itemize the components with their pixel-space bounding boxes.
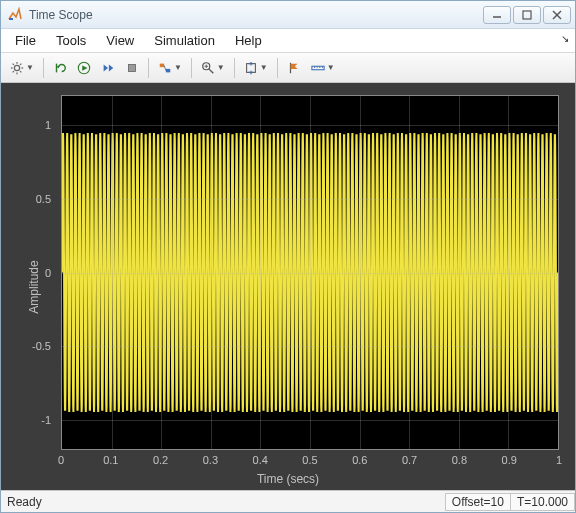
fit-button[interactable]: ▼: [239, 56, 273, 80]
menu-file[interactable]: File: [5, 29, 46, 52]
status-bar: Ready Offset=10 T=10.000: [1, 490, 575, 512]
y-tick-label: 0.5: [1, 193, 57, 205]
window-controls: [483, 6, 571, 24]
x-tick-label: 0.9: [502, 454, 517, 466]
svg-rect-16: [166, 68, 170, 72]
title-bar[interactable]: Time Scope: [1, 1, 575, 29]
x-axis-label: Time (secs): [257, 472, 319, 486]
svg-rect-1: [523, 11, 531, 19]
maximize-button[interactable]: [513, 6, 541, 24]
measure-button[interactable]: ▼: [306, 56, 340, 80]
svg-line-11: [13, 71, 14, 72]
menu-simulation[interactable]: Simulation: [144, 29, 225, 52]
chevron-down-icon: ▼: [327, 63, 335, 72]
menu-view[interactable]: View: [96, 29, 144, 52]
svg-point-4: [14, 65, 19, 70]
chevron-down-icon: ▼: [217, 63, 225, 72]
measure-icon: [311, 61, 325, 75]
gridline-h: [62, 273, 558, 274]
fit-icon: [244, 61, 258, 75]
y-tick-label: 0: [1, 267, 57, 279]
status-offset: Offset=10: [445, 493, 511, 511]
gridline-h: [62, 199, 558, 200]
gear-icon: [10, 61, 24, 75]
toolbar: ▼ ▼ ▼ ▼: [1, 53, 575, 83]
flag-icon: [287, 61, 301, 75]
svg-line-9: [13, 63, 14, 64]
y-tick-label: -1: [1, 414, 57, 426]
config-button[interactable]: ▼: [5, 56, 39, 80]
toolbar-separator: [234, 58, 235, 78]
dock-pin-icon[interactable]: ↘: [561, 33, 569, 44]
svg-rect-14: [128, 64, 135, 71]
x-tick-label: 0.4: [253, 454, 268, 466]
play-button[interactable]: [72, 56, 96, 80]
status-ready: Ready: [7, 495, 42, 509]
step-icon: [101, 61, 115, 75]
flag-button[interactable]: [282, 56, 306, 80]
minimize-button[interactable]: [483, 6, 511, 24]
svg-line-18: [209, 68, 213, 72]
minimize-icon: [492, 10, 502, 20]
x-tick-label: 0.1: [103, 454, 118, 466]
gridline-h: [62, 420, 558, 421]
toolbar-separator: [191, 58, 192, 78]
close-button[interactable]: [543, 6, 571, 24]
x-tick-label: 0.8: [452, 454, 467, 466]
x-tick-label: 0: [58, 454, 64, 466]
x-tick-label: 0.3: [203, 454, 218, 466]
stop-icon: [125, 61, 139, 75]
app-window: Time Scope File Tools View Simulation He…: [0, 0, 576, 513]
step-button[interactable]: [96, 56, 120, 80]
highlight-icon: [158, 61, 172, 75]
maximize-icon: [522, 10, 532, 20]
svg-line-12: [20, 63, 21, 64]
menu-help[interactable]: Help: [225, 29, 272, 52]
toolbar-separator: [277, 58, 278, 78]
x-tick-label: 0.2: [153, 454, 168, 466]
play-icon: [77, 61, 91, 75]
y-tick-label: -0.5: [1, 340, 57, 352]
highlight-button[interactable]: ▼: [153, 56, 187, 80]
x-tick-label: 1: [556, 454, 562, 466]
restart-button[interactable]: [48, 56, 72, 80]
status-time: T=10.000: [510, 493, 575, 511]
matlab-icon: [7, 7, 23, 23]
toolbar-separator: [43, 58, 44, 78]
zoom-button[interactable]: ▼: [196, 56, 230, 80]
chevron-down-icon: ▼: [260, 63, 268, 72]
svg-rect-15: [160, 63, 164, 67]
gridline-h: [62, 346, 558, 347]
plot-area[interactable]: Amplitude Time (secs) 00.10.20.30.40.50.…: [1, 83, 575, 490]
chevron-down-icon: ▼: [174, 63, 182, 72]
y-tick-label: 1: [1, 119, 57, 131]
axes[interactable]: [61, 95, 559, 450]
svg-line-10: [20, 71, 21, 72]
gridline-h: [62, 125, 558, 126]
toolbar-separator: [148, 58, 149, 78]
restart-icon: [53, 61, 67, 75]
window-title: Time Scope: [29, 8, 483, 22]
zoom-icon: [201, 61, 215, 75]
close-icon: [552, 10, 562, 20]
x-tick-label: 0.7: [402, 454, 417, 466]
x-tick-label: 0.5: [302, 454, 317, 466]
menu-bar: File Tools View Simulation Help ↘: [1, 29, 575, 53]
stop-button[interactable]: [120, 56, 144, 80]
menu-tools[interactable]: Tools: [46, 29, 96, 52]
x-tick-label: 0.6: [352, 454, 367, 466]
chevron-down-icon: ▼: [26, 63, 34, 72]
